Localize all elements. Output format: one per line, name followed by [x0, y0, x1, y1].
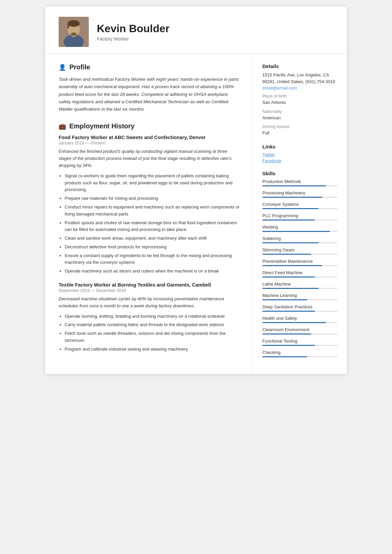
skill-bar-fill: [262, 220, 315, 221]
skill-item: Deep Sanitation Practices: [262, 304, 337, 312]
bullet-item: Carry material pallets containing fabric…: [65, 321, 241, 328]
bullet-item: Position spouts and chutes of raw materi…: [65, 220, 241, 234]
links-title: Links: [262, 144, 337, 149]
bullet-item: Conduct minor repairs to equipment and m…: [65, 204, 241, 218]
skill-bar-bg: [262, 299, 337, 300]
skill-name: Welding: [262, 225, 337, 230]
svg-point-4: [68, 20, 80, 27]
skill-bar-fill: [262, 185, 326, 186]
job-block-2: Textile Factory Worker at Borning Textil…: [59, 282, 241, 353]
employment-label: Employment History: [69, 122, 134, 130]
skill-bar-fill: [262, 254, 311, 255]
skill-name: Checking: [262, 350, 337, 355]
skill-name: Deep Sanitation Practices: [262, 304, 337, 309]
skills-title: Skills: [262, 171, 337, 176]
skill-bar-fill: [262, 197, 322, 198]
candidate-name: Kevin Boulder: [97, 22, 170, 35]
profile-section: 👤 Profile Task driven and methodical Fac…: [59, 63, 241, 113]
skill-bar-bg: [262, 276, 337, 278]
profile-label: Profile: [69, 63, 90, 71]
driving-license-value: Full: [262, 130, 337, 136]
skill-item: Machine Learning: [262, 293, 337, 300]
skill-name: Production Methods: [262, 179, 337, 184]
skill-name: Preventative Maintenance: [262, 259, 337, 264]
skill-bar-bg: [262, 333, 337, 334]
svg-rect-5: [68, 23, 69, 28]
candidate-title: Factory Worker: [97, 36, 170, 42]
skill-item: Lathe Machine: [262, 282, 337, 289]
skill-name: Skimming Gears: [262, 247, 337, 252]
place-of-birth-value: San Antonio: [262, 99, 337, 106]
skill-bar-bg: [262, 231, 337, 232]
driving-license-label: Driving license: [262, 124, 337, 129]
skill-bar-fill: [262, 345, 315, 346]
job-dates-2: September 2016 — December 2018: [59, 288, 241, 293]
skill-name: Lathe Machine: [262, 282, 337, 287]
skill-bar-fill: [262, 276, 315, 278]
employment-icon: 💼: [59, 123, 66, 130]
svg-point-6: [71, 33, 77, 36]
skill-bar-bg: [262, 288, 337, 289]
skill-bar-fill: [262, 333, 311, 334]
profile-text: Task driven and methodical Factory Worke…: [59, 76, 241, 113]
skill-item: Processing Machinery: [262, 190, 337, 198]
skill-bar-bg: [262, 208, 337, 209]
skill-name: Cleanroom Environment: [262, 327, 337, 332]
nationality-label: Nationality: [262, 109, 337, 114]
skill-bar-bg: [262, 197, 337, 198]
skill-bar-bg: [262, 265, 337, 266]
skill-name: Conveyor Systems: [262, 202, 337, 207]
skill-name: Processing Machinery: [262, 190, 337, 195]
place-of-birth-label: Place of birth: [262, 94, 337, 99]
links-section: Links Twitter Facebook: [262, 144, 337, 163]
skill-name: Machine Learning: [262, 293, 337, 298]
skill-item: Skimming Gears: [262, 247, 337, 255]
bullet-item: Deconstruct defective food products for …: [65, 244, 241, 251]
skill-bar-fill: [262, 231, 330, 232]
skill-item: Checking: [262, 350, 337, 357]
resume-document: Kevin Boulder Factory Worker 👤 Profile T…: [45, 7, 347, 374]
avatar: [59, 17, 89, 47]
detail-email: email@email.com: [262, 85, 337, 90]
header-text: Kevin Boulder Factory Worker: [97, 22, 170, 42]
link-facebook[interactable]: Facebook: [262, 158, 337, 163]
skills-list: Production MethodsProcessing MachineryCo…: [262, 179, 337, 357]
skill-item: PLC Programming: [262, 213, 337, 221]
bullet-item: Operate looming, knitting, braiding and …: [65, 313, 241, 320]
skill-item: Health and Safety: [262, 316, 337, 323]
skill-name: PLC Programming: [262, 213, 337, 218]
skill-item: Functional Testing: [262, 338, 337, 346]
skill-bar-fill: [262, 242, 319, 243]
skill-item: Preventative Maintenance: [262, 259, 337, 266]
bullet-item: Prepare raw materials for mixing and pro…: [65, 195, 241, 202]
skill-item: Production Methods: [262, 179, 337, 186]
skill-bar-fill: [262, 322, 326, 323]
details-title: Details: [262, 63, 337, 69]
skill-item: Conveyor Systems: [262, 202, 337, 209]
skill-bar-fill: [262, 311, 315, 312]
skill-name: Soldering: [262, 236, 337, 241]
nationality-value: American: [262, 115, 337, 121]
skill-bar-fill: [262, 288, 319, 289]
skill-item: Cleanroom Environment: [262, 327, 337, 334]
skill-name: Functional Testing: [262, 338, 337, 344]
job-block-1: Food Factory Worker at ABC Sweets and Co…: [59, 135, 241, 275]
skill-bar-bg: [262, 311, 337, 312]
skill-bar-bg: [262, 185, 337, 186]
skill-bar-bg: [262, 356, 337, 357]
bullet-item: Fetch tools such as needle threaders, sc…: [65, 330, 241, 344]
detail-address: 1515 Pacific Ave, Los Angeles, CA 90291,…: [262, 72, 337, 85]
skill-bar-fill: [262, 265, 322, 266]
job-title-2: Textile Factory Worker at Borning Textil…: [59, 282, 241, 288]
job-desc-2: Decreased machine shutdown cycles by 40%…: [59, 296, 241, 310]
right-column: Details 1515 Pacific Ave, Los Angeles, C…: [253, 54, 347, 374]
bullet-item: Clean and sanitize work areas, equipment…: [65, 235, 241, 242]
bullet-item: Operate machinery such as slicers and cu…: [65, 268, 241, 275]
resume-body: 👤 Profile Task driven and methodical Fac…: [45, 54, 347, 374]
skill-bar-bg: [262, 254, 337, 255]
job-title-1: Food Factory Worker at ABC Sweets and Co…: [59, 135, 241, 140]
skill-bar-bg: [262, 345, 337, 346]
details-section: Details 1515 Pacific Ave, Los Angeles, C…: [262, 63, 337, 136]
skill-bar-fill: [262, 208, 319, 209]
link-twitter[interactable]: Twitter: [262, 152, 337, 157]
